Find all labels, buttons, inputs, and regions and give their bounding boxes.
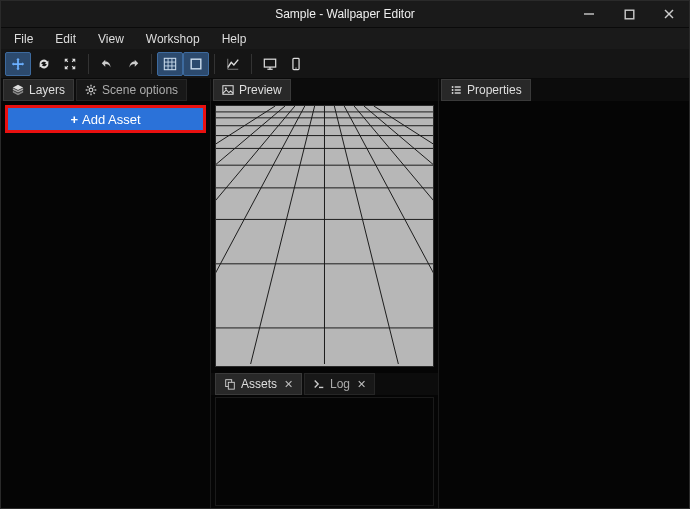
toolbar-separator bbox=[251, 54, 252, 74]
tool-grid[interactable] bbox=[157, 52, 183, 76]
layers-icon bbox=[12, 84, 24, 96]
right-panel: Properties bbox=[439, 79, 689, 509]
tab-assets[interactable]: Assets ✕ bbox=[215, 373, 302, 395]
tab-log-label: Log bbox=[330, 377, 350, 391]
svg-rect-29 bbox=[223, 86, 233, 95]
svg-point-60 bbox=[452, 92, 454, 94]
tool-box[interactable] bbox=[183, 52, 209, 76]
close-icon[interactable]: ✕ bbox=[357, 378, 366, 391]
window-controls bbox=[569, 1, 689, 27]
tab-scene-options-label: Scene options bbox=[102, 83, 178, 97]
svg-point-20 bbox=[89, 88, 93, 92]
toolbar-separator bbox=[151, 54, 152, 74]
maximize-button[interactable] bbox=[609, 1, 649, 27]
svg-point-16 bbox=[295, 67, 296, 68]
tab-layers[interactable]: Layers bbox=[3, 79, 74, 101]
svg-rect-12 bbox=[264, 59, 275, 67]
tool-chart[interactable] bbox=[220, 52, 246, 76]
menu-view[interactable]: View bbox=[87, 28, 135, 49]
close-icon[interactable]: ✕ bbox=[284, 378, 293, 391]
toolbar-separator bbox=[214, 54, 215, 74]
terminal-icon bbox=[313, 378, 325, 390]
svg-line-25 bbox=[87, 86, 88, 87]
svg-rect-9 bbox=[191, 59, 201, 69]
tab-properties-label: Properties bbox=[467, 83, 522, 97]
tool-redo[interactable] bbox=[120, 52, 146, 76]
add-asset-button[interactable]: + Add Asset bbox=[6, 106, 205, 132]
tab-properties[interactable]: Properties bbox=[441, 79, 531, 101]
add-asset-label: Add Asset bbox=[82, 112, 141, 127]
svg-line-27 bbox=[93, 86, 94, 87]
properties-tabbar: Properties bbox=[439, 79, 689, 101]
tool-expand[interactable] bbox=[57, 52, 83, 76]
menu-help[interactable]: Help bbox=[211, 28, 258, 49]
preview-tabbar: Preview bbox=[211, 79, 438, 101]
tab-preview-label: Preview bbox=[239, 83, 282, 97]
svg-point-30 bbox=[225, 87, 227, 89]
plus-icon: + bbox=[70, 112, 78, 127]
svg-point-56 bbox=[452, 86, 454, 88]
image-icon bbox=[222, 84, 234, 96]
svg-rect-61 bbox=[455, 92, 461, 93]
toolbar bbox=[1, 49, 689, 79]
list-icon bbox=[450, 84, 462, 96]
toolbar-separator bbox=[88, 54, 89, 74]
assets-panel-body bbox=[215, 397, 434, 506]
tool-move[interactable] bbox=[5, 52, 31, 76]
menubar: File Edit View Workshop Help bbox=[1, 27, 689, 49]
left-panel: Layers Scene options + Add Asset bbox=[1, 79, 211, 509]
left-tabbar: Layers Scene options bbox=[1, 79, 210, 101]
svg-rect-59 bbox=[455, 89, 461, 90]
menu-workshop[interactable]: Workshop bbox=[135, 28, 211, 49]
window-title: Sample - Wallpaper Editor bbox=[275, 7, 415, 21]
tool-monitor[interactable] bbox=[257, 52, 283, 76]
tab-scene-options[interactable]: Scene options bbox=[76, 79, 187, 101]
close-button[interactable] bbox=[649, 1, 689, 27]
menu-edit[interactable]: Edit bbox=[44, 28, 87, 49]
tool-phone[interactable] bbox=[283, 52, 309, 76]
svg-line-28 bbox=[87, 92, 88, 93]
tab-layers-label: Layers bbox=[29, 83, 65, 97]
gear-icon bbox=[85, 84, 97, 96]
tab-preview[interactable]: Preview bbox=[213, 79, 291, 101]
tab-log[interactable]: Log ✕ bbox=[304, 373, 375, 395]
menu-file[interactable]: File bbox=[3, 28, 44, 49]
copy-icon bbox=[224, 378, 236, 390]
bottom-tabbar: Assets ✕ Log ✕ bbox=[211, 373, 438, 395]
minimize-button[interactable] bbox=[569, 1, 609, 27]
tool-refresh[interactable] bbox=[31, 52, 57, 76]
svg-rect-54 bbox=[228, 382, 234, 389]
svg-point-58 bbox=[452, 89, 454, 91]
tab-assets-label: Assets bbox=[241, 377, 277, 391]
titlebar: Sample - Wallpaper Editor bbox=[1, 1, 689, 27]
svg-rect-1 bbox=[625, 10, 634, 19]
preview-viewport[interactable] bbox=[215, 105, 434, 367]
svg-line-26 bbox=[93, 92, 94, 93]
tool-undo[interactable] bbox=[94, 52, 120, 76]
main-area: Layers Scene options + Add Asset Preview bbox=[1, 79, 689, 509]
mid-panel: Preview bbox=[211, 79, 439, 509]
preview-grid bbox=[216, 106, 433, 364]
svg-rect-4 bbox=[164, 58, 175, 69]
svg-rect-57 bbox=[455, 86, 461, 87]
